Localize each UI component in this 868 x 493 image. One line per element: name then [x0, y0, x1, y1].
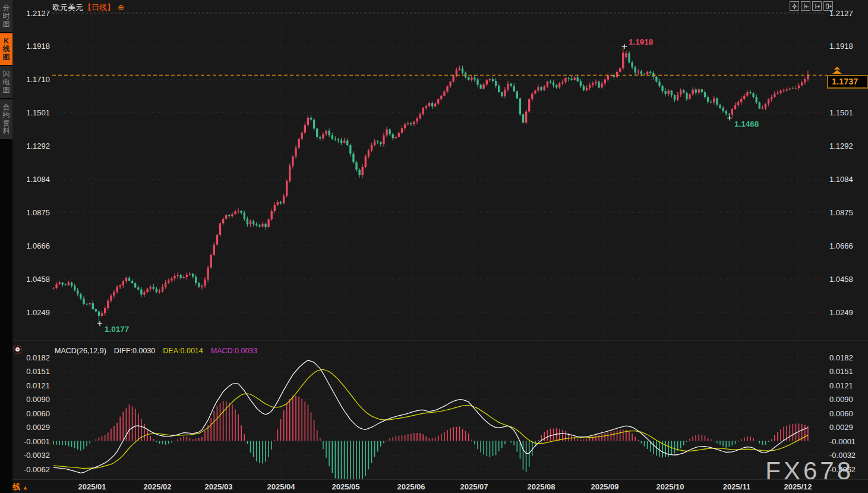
svg-text:1.1292: 1.1292: [26, 142, 50, 150]
tab-contract-info[interactable]: 合约资料: [0, 99, 12, 139]
svg-text:1.1918: 1.1918: [26, 42, 50, 51]
watermark: FX678: [765, 457, 854, 485]
diff-line: [53, 360, 808, 473]
tab-flash-chart[interactable]: 闪电图: [0, 66, 12, 98]
macd-layer: [53, 360, 808, 479]
dropdown-arrow-icon: ▲: [23, 485, 28, 491]
target-dot: [17, 348, 18, 350]
svg-text:2025/07: 2025/07: [460, 482, 488, 491]
macd-value-label: MACD:0.0033: [211, 347, 258, 355]
svg-text:-0.0062: -0.0062: [24, 465, 50, 474]
svg-text:0.0182: 0.0182: [829, 353, 853, 362]
macd-legend: MACD(26,12,9) DIFF:0.0030 DEA:0.0014 MAC…: [55, 347, 257, 355]
svg-text:2025/10: 2025/10: [656, 482, 684, 491]
zoom-in-x-icon[interactable]: [801, 1, 810, 11]
svg-text:1.1710: 1.1710: [26, 75, 50, 84]
svg-text:-0.0001: -0.0001: [829, 437, 856, 446]
svg-text:1.0249: 1.0249: [829, 308, 853, 317]
chart-title: 欧元美元【日线】⊕: [52, 2, 124, 13]
svg-text:1.1501: 1.1501: [26, 108, 50, 117]
svg-text:1.1084: 1.1084: [26, 175, 50, 184]
add-indicator-icon[interactable]: ⊕: [118, 3, 124, 12]
svg-text:1.1501: 1.1501: [829, 108, 853, 117]
svg-text:0.0029: 0.0029: [26, 423, 50, 432]
svg-text:1.1918: 1.1918: [629, 37, 654, 46]
svg-text:2025/08: 2025/08: [528, 482, 555, 491]
diff-value-label: DIFF:0.0030: [114, 347, 155, 355]
svg-text:1.0666: 1.0666: [26, 241, 50, 250]
dea-value-label: DEA:0.0014: [163, 347, 203, 355]
zoom-out-x-icon[interactable]: [812, 1, 822, 11]
svg-text:2025/09: 2025/09: [591, 482, 619, 491]
crosshair-icon[interactable]: [790, 1, 799, 11]
chart-toolbar: [790, 1, 833, 11]
candles-layer: [52, 46, 809, 324]
tab-kline-chart[interactable]: K线图: [0, 33, 12, 65]
svg-text:1.1468: 1.1468: [734, 120, 759, 128]
tab-minute-chart[interactable]: 分时图: [0, 0, 12, 32]
svg-text:0.0121: 0.0121: [829, 381, 853, 390]
svg-text:0.0060: 0.0060: [829, 409, 853, 418]
svg-text:1.0458: 1.0458: [829, 275, 853, 284]
svg-text:1.2127: 1.2127: [26, 9, 50, 18]
sidebar: 分时图K线图闪电图合约资料: [0, 0, 12, 493]
svg-text:-0.0032: -0.0032: [24, 451, 50, 460]
svg-text:0.0090: 0.0090: [26, 395, 50, 404]
period-tag: 【日线】: [84, 3, 115, 12]
svg-text:1.0177: 1.0177: [105, 325, 129, 334]
svg-text:1.0875: 1.0875: [26, 208, 50, 217]
svg-text:0.0182: 0.0182: [26, 353, 50, 362]
indicator-target-icon[interactable]: [13, 345, 22, 354]
pan-right-icon[interactable]: [823, 1, 833, 11]
svg-text:1.1084: 1.1084: [829, 175, 853, 184]
chart-canvas[interactable]: 2025/012025/022025/032025/042025/052025/…: [0, 0, 868, 493]
svg-text:2025/04: 2025/04: [267, 482, 296, 491]
svg-text:2025/02: 2025/02: [144, 482, 172, 491]
current-price-box: 1.1737: [827, 75, 868, 89]
svg-text:2025/05: 2025/05: [332, 482, 360, 491]
svg-text:0.0151: 0.0151: [26, 367, 50, 376]
svg-text:1.0666: 1.0666: [829, 241, 853, 250]
svg-text:0.0090: 0.0090: [829, 395, 853, 404]
dea-line: [53, 369, 808, 468]
svg-text:1.0249: 1.0249: [26, 308, 50, 317]
macd-params-label: MACD(26,12,9): [55, 347, 106, 355]
price-up-arrow-icon: [834, 67, 840, 70]
svg-text:2025/01: 2025/01: [78, 482, 106, 491]
svg-text:2025/03: 2025/03: [205, 482, 233, 491]
svg-text:1.0458: 1.0458: [26, 275, 50, 284]
symbol-name: 欧元美元: [52, 3, 83, 12]
svg-text:0.0060: 0.0060: [26, 409, 50, 418]
trading-app-window: 分时图K线图闪电图合约资料 欧元美元【日线】⊕ 2025/012025/0220…: [0, 0, 868, 493]
svg-text:0.0029: 0.0029: [829, 423, 853, 432]
svg-text:-0.0001: -0.0001: [24, 437, 50, 446]
target-ring: [15, 347, 20, 351]
svg-text:2025/06: 2025/06: [397, 482, 425, 491]
svg-text:1.0875: 1.0875: [829, 208, 853, 217]
svg-text:2025/11: 2025/11: [723, 482, 750, 491]
price-up-arrow-base-icon: [832, 70, 842, 74]
grid-layer: 2025/012025/022025/032025/042025/052025/…: [24, 5, 856, 491]
svg-text:1.1918: 1.1918: [829, 42, 853, 51]
svg-text:0.0151: 0.0151: [829, 367, 853, 376]
svg-text:1.1292: 1.1292: [829, 142, 853, 150]
svg-text:0.0121: 0.0121: [26, 381, 50, 390]
